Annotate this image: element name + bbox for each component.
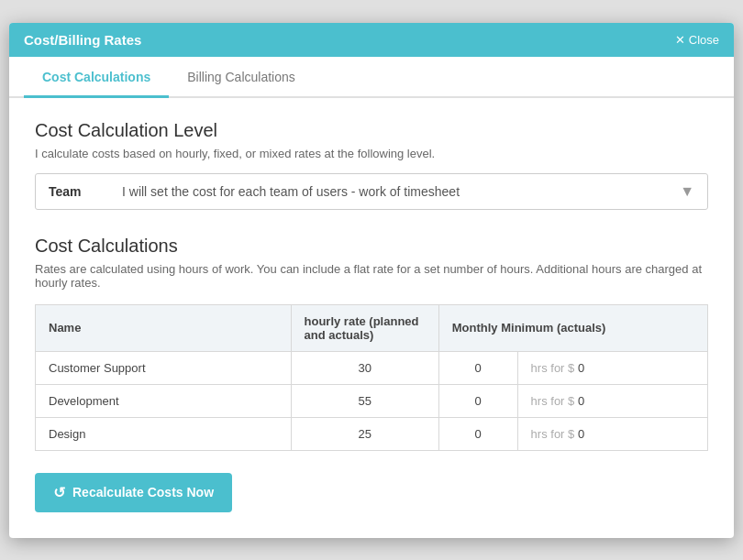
cell-hrs-for: hrs for $ 0	[517, 417, 707, 450]
modal-body: Cost Calculation Level I calculate costs…	[9, 98, 734, 538]
cell-rate: 55	[291, 384, 438, 417]
team-select-wrapper[interactable]: Team I will set the cost for each team o…	[35, 173, 708, 210]
cell-monthly-min: 0	[438, 351, 517, 384]
cost-calc-level-title: Cost Calculation Level	[35, 120, 708, 141]
recalculate-label: Recalculate Costs Now	[72, 485, 214, 500]
cell-hrs-for: hrs for $ 0	[517, 351, 707, 384]
table-header-row: Name hourly rate (planned and actuals) M…	[36, 304, 708, 351]
th-name: Name	[36, 304, 292, 351]
cost-table: Name hourly rate (planned and actuals) M…	[35, 304, 708, 451]
cell-rate: 25	[291, 417, 438, 450]
cost-calculations-title: Cost Calculations	[35, 236, 708, 257]
close-button[interactable]: ✕ Close	[675, 33, 719, 47]
cell-name: Design	[36, 417, 292, 450]
table-row: Customer Support 30 0 hrs for $ 0	[36, 351, 708, 384]
cost-calculations-desc: Rates are calculated using hours of work…	[35, 262, 708, 290]
tab-bar: Cost Calculations Billing Calculations	[9, 57, 734, 98]
table-row: Design 25 0 hrs for $ 0	[36, 417, 708, 450]
table-row: Development 55 0 hrs for $ 0	[36, 384, 708, 417]
cell-hrs-for: hrs for $ 0	[517, 384, 707, 417]
refresh-icon: ↺	[53, 484, 65, 501]
close-icon: ✕	[675, 33, 685, 47]
cell-name: Development	[36, 384, 292, 417]
th-monthly: Monthly Minimum (actuals)	[438, 304, 707, 351]
cost-calc-level-desc: I calculate costs based on hourly, fixed…	[35, 147, 708, 160]
tab-cost-calculations[interactable]: Cost Calculations	[24, 57, 169, 98]
th-rate: hourly rate (planned and actuals)	[291, 304, 438, 351]
cell-monthly-min: 0	[438, 384, 517, 417]
cost-billing-modal: Cost/Billing Rates ✕ Close Cost Calculat…	[9, 23, 734, 538]
cost-calculations-section: Cost Calculations Rates are calculated u…	[35, 236, 708, 512]
cell-name: Customer Support	[36, 351, 292, 384]
recalculate-button[interactable]: ↺ Recalculate Costs Now	[35, 473, 232, 512]
cell-rate: 30	[291, 351, 438, 384]
cell-monthly-min: 0	[438, 417, 517, 450]
tab-billing-calculations[interactable]: Billing Calculations	[169, 57, 314, 98]
modal-header: Cost/Billing Rates ✕ Close	[9, 23, 734, 57]
cost-calculation-level-section: Cost Calculation Level I calculate costs…	[35, 120, 708, 210]
close-label: Close	[689, 33, 719, 47]
select-label: Team	[49, 184, 122, 199]
chevron-down-icon: ▼	[680, 183, 694, 200]
select-value: I will set the cost for each team of use…	[122, 184, 680, 199]
modal-title: Cost/Billing Rates	[24, 32, 141, 48]
team-select-row: Team I will set the cost for each team o…	[36, 174, 707, 209]
